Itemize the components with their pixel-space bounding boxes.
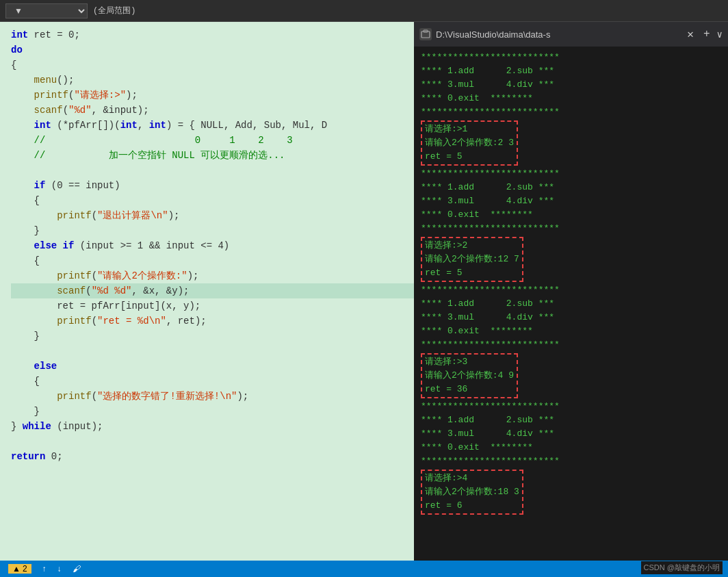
code-line: scanf("%d", &input); xyxy=(11,103,414,118)
warning-count: ▲ 2 xyxy=(8,564,31,574)
terminal-input-1: 请输入2个操作数:2 3 xyxy=(425,136,514,150)
brush-button[interactable]: 🖌 xyxy=(73,564,81,574)
terminal-line: **** 1.add 2.sub *** xyxy=(421,181,721,194)
terminal-result-4: ret = 6 xyxy=(425,499,519,513)
terminal-line: ************************** xyxy=(421,454,721,468)
up-arrow-icon: ↑ xyxy=(42,564,47,574)
code-line xyxy=(11,163,414,178)
terminal-close-button[interactable]: ✕ xyxy=(684,27,697,41)
terminal-line: **** 1.add 2.sub *** xyxy=(421,64,721,78)
terminal-prompt-2: 请选择:>2 xyxy=(425,239,519,253)
terminal-line: ************************** xyxy=(421,338,721,352)
terminal-line: **** 1.add 2.sub *** xyxy=(421,413,721,427)
code-line: printf("退出计算器\n"); xyxy=(11,208,414,223)
terminal-input-4: 请输入2个操作数:18 3 xyxy=(425,485,519,499)
code-line: } xyxy=(11,329,414,344)
terminal-result-2: ret = 5 xyxy=(425,266,519,280)
code-line: return 0; xyxy=(11,449,414,464)
code-line: printf("选择的数字错了!重新选择!\n"); xyxy=(11,389,414,404)
terminal-line: **** 0.exit ******** xyxy=(421,441,721,454)
terminal-prompt-3: 请选择:>3 xyxy=(425,355,514,369)
terminal-line: **** 1.add 2.sub *** xyxy=(421,297,721,311)
code-line: // 加一个空指针 NULL 可以更顺滑的选... xyxy=(11,148,414,163)
terminal-body[interactable]: ************************** **** 1.add 2.… xyxy=(414,47,728,561)
up-arrow-button[interactable]: ↑ xyxy=(42,564,47,574)
code-line: scanf("%d %d", &x, &y); xyxy=(11,283,414,298)
code-line: printf("ret = %d\n", ret); xyxy=(11,313,414,329)
code-line: ret = pfArr[input](x, y); xyxy=(11,298,414,313)
code-line: int (*pfArr[])(int, int) = { NULL, Add, … xyxy=(11,118,414,133)
code-editor[interactable]: int ret = 0; do { menu(); printf("请选择:>"… xyxy=(0,22,414,561)
terminal-titlebar: D:\VisualStudio\daima\data-s ✕ + ∨ xyxy=(414,22,728,47)
code-line xyxy=(11,434,414,449)
main-area: int ret = 0; do { menu(); printf("请选择:>"… xyxy=(0,22,728,561)
code-line xyxy=(11,344,414,359)
code-line: else xyxy=(11,359,414,374)
terminal-chevron-icon[interactable]: ∨ xyxy=(717,29,723,40)
code-line: if (0 == input) xyxy=(11,178,414,193)
terminal-line: **** 3.mul 4.div *** xyxy=(421,78,721,92)
terminal-panel: D:\VisualStudio\daima\data-s ✕ + ∨ *****… xyxy=(414,22,728,561)
code-line: // 0 1 2 3 xyxy=(11,133,414,148)
terminal-add-button[interactable]: + xyxy=(701,28,713,40)
scope-dropdown[interactable]: ▼ xyxy=(5,3,88,18)
terminal-line: ************************** xyxy=(421,283,721,297)
code-line: printf("请输入2个操作数:"); xyxy=(11,268,414,283)
code-line: { xyxy=(11,374,414,389)
code-line: else if (input >= 1 && input <= 4) xyxy=(11,238,414,253)
down-arrow-button[interactable]: ↓ xyxy=(57,564,62,574)
terminal-result-3: ret = 36 xyxy=(425,383,514,396)
code-line: { xyxy=(11,57,414,73)
code-line: printf("请选择:>"); xyxy=(11,88,414,103)
terminal-prompt-1: 请选择:>1 xyxy=(425,123,514,136)
input-box-2: 请选择:>2 请输入2个操作数:12 7 ret = 5 xyxy=(421,237,523,282)
terminal-input-3: 请输入2个操作数:4 9 xyxy=(425,369,514,383)
terminal-line: ************************** xyxy=(421,400,721,413)
terminal-line: **** 0.exit ******** xyxy=(421,92,721,105)
terminal-line: ************************** xyxy=(421,222,721,235)
code-line: do xyxy=(11,42,414,57)
input-box-4: 请选择:>4 请输入2个操作数:18 3 ret = 6 xyxy=(421,470,523,515)
down-arrow-icon: ↓ xyxy=(57,564,62,574)
terminal-line: **** 3.mul 4.div *** xyxy=(421,427,721,441)
status-bar: ▲ 2 ↑ ↓ 🖌 行: 468 字符 xyxy=(0,561,728,577)
warning-icon: ▲ xyxy=(12,564,21,574)
terminal-input-2: 请输入2个操作数:12 7 xyxy=(425,253,519,266)
input-box-3: 请选择:>3 请输入2个操作数:4 9 ret = 36 xyxy=(421,353,518,398)
terminal-result-1: ret = 5 xyxy=(425,150,514,164)
brush-icon: 🖌 xyxy=(73,564,81,574)
code-line: } xyxy=(11,223,414,238)
terminal-line: **** 0.exit ******** xyxy=(421,208,721,222)
code-line: { xyxy=(11,253,414,268)
code-line: } xyxy=(11,404,414,419)
code-line: menu(); xyxy=(11,73,414,88)
terminal-line: ************************** xyxy=(421,105,721,119)
terminal-line: **** 3.mul 4.div *** xyxy=(421,311,721,324)
terminal-line: ************************** xyxy=(421,51,721,64)
code-line: } while (input); xyxy=(11,419,414,434)
terminal-icon xyxy=(419,28,432,40)
terminal-line: ************************** xyxy=(421,167,721,181)
scope-label: (全局范围) xyxy=(93,5,135,16)
warning-number: 2 xyxy=(23,564,27,574)
input-box-1: 请选择:>1 请输入2个操作数:2 3 ret = 5 xyxy=(421,120,518,166)
terminal-title: D:\VisualStudio\daima\data-s xyxy=(436,29,680,40)
code-line: { xyxy=(11,193,414,208)
terminal-line: **** 0.exit ******** xyxy=(421,324,721,338)
toolbar: ▼ (全局范围) xyxy=(0,0,728,22)
code-line: int ret = 0; xyxy=(11,27,414,42)
terminal-prompt-4: 请选择:>4 xyxy=(425,472,519,485)
terminal-line: **** 3.mul 4.div *** xyxy=(421,194,721,208)
